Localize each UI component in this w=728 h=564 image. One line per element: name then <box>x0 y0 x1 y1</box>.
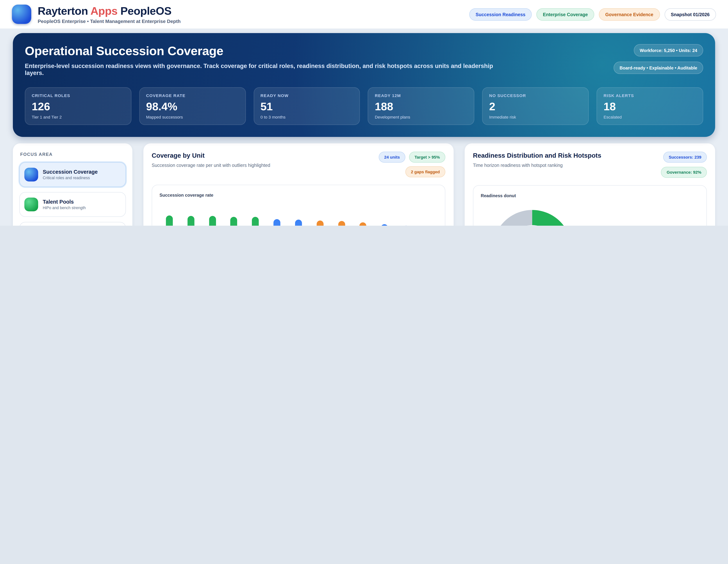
kpi-value: 2 <box>489 100 582 113</box>
peopleos-dashboard: Rayterton Apps PeopleOS PeopleOS Enterpr… <box>0 0 728 226</box>
coverage-chart-title: Succession coverage rate <box>160 193 438 198</box>
coverage-bar <box>274 219 281 226</box>
kpi-ready-now: READY NOW 51 0 to 3 months <box>254 87 360 125</box>
coverage-bar-group: Proc <box>274 219 281 226</box>
coverage-bar-group: Tech <box>188 216 195 226</box>
coverage-chart-card: Succession coverage rate CorpTechOpsSale… <box>152 185 445 226</box>
kpi-label: COVERAGE RATE <box>146 93 239 98</box>
page-subtitle: Enterprise-level succession readiness vi… <box>25 63 498 76</box>
board-ready-badge: Board-ready • Explainable • Auditable <box>614 62 703 74</box>
coverage-panel-head: Coverage by Unit Succession coverage rat… <box>152 152 445 177</box>
app-header: Rayterton Apps PeopleOS PeopleOS Enterpr… <box>0 0 728 29</box>
coverage-bar-group: Sales <box>231 217 238 226</box>
coverage-panel-title: Coverage by Unit <box>152 152 270 160</box>
coverage-bar-group: Svc <box>338 221 345 226</box>
coverage-bars: CorpTechOpsSalesFinProcRiskCplSvcRtlMktB… <box>160 208 438 226</box>
coverage-bar <box>188 216 195 226</box>
coverage-bar-group: Mkt <box>381 224 388 226</box>
coverage-bar-group: Risk <box>295 220 302 226</box>
donut-center: 239 successors mapped <box>508 225 557 226</box>
kpi-no-successor: NO SUCCESSOR 2 Immediate risk <box>482 87 589 125</box>
brand: Rayterton Apps PeopleOS PeopleOS Enterpr… <box>12 5 181 24</box>
coverage-bar <box>209 216 216 226</box>
pill-snapshot[interactable]: Snapshot 01/2026 <box>664 8 716 21</box>
kpi-value: 18 <box>604 100 696 113</box>
kpi-value: 98.4% <box>146 100 239 113</box>
kpi-sub: 0 to 3 months <box>260 115 353 120</box>
workforce-badge: Workforce: 5,250 • Units: 24 <box>634 44 703 57</box>
pill-governance-evidence[interactable]: Governance Evidence <box>599 8 660 21</box>
sidebar-item-title: Talent Pools <box>43 199 86 205</box>
page-title: Operational Succession Coverage <box>25 44 703 58</box>
hero-banner: Workforce: 5,250 • Units: 24 Board-ready… <box>13 33 715 137</box>
kpi-critical-roles: CRITICAL ROLES 126 Tier 1 and Tier 2 <box>25 87 131 125</box>
coverage-bar <box>166 216 173 226</box>
target-pill: Target > 95% <box>409 152 445 163</box>
sidebar-item-talent-pools[interactable]: Talent Pools HiPo and bench strength <box>19 192 126 217</box>
kpi-sub: Mapped successors <box>146 115 239 120</box>
kpi-value: 51 <box>260 100 353 113</box>
talent-pools-icon <box>24 198 38 211</box>
readiness-panel-head: Readiness Distribution and Risk Hotspots… <box>473 152 707 178</box>
columns: FOCUS AREA Succession Coverage Critical … <box>13 143 715 226</box>
brand-text: Rayterton Apps PeopleOS PeopleOS Enterpr… <box>38 5 181 24</box>
coverage-panel-pills: 24 units Target > 95% 2 gaps flagged <box>360 152 445 177</box>
sidebar-item-succession-coverage[interactable]: Succession Coverage Critical roles and r… <box>19 162 126 187</box>
brand-word-3: PeopleOS <box>120 5 171 17</box>
kpi-ready-12m: READY 12M 188 Development plans <box>368 87 474 125</box>
app-title: Rayterton Apps PeopleOS <box>38 5 181 17</box>
sidebar-item-title: Succession Coverage <box>43 169 98 175</box>
coverage-bar <box>403 226 410 226</box>
kpi-label: RISK ALERTS <box>604 93 696 98</box>
kpi-value: 188 <box>375 100 468 113</box>
coverage-bar-group: Fin <box>252 217 259 226</box>
coverage-bar <box>381 224 388 226</box>
kpi-sub: Development plans <box>375 115 468 120</box>
app-subtitle: PeopleOS Enterprise • Talent Management … <box>38 18 181 24</box>
kpi-label: NO SUCCESSOR <box>489 93 582 98</box>
readiness-donut: 239 successors mapped <box>493 210 572 226</box>
sidebar-item-sub: HiPo and bench strength <box>43 206 86 210</box>
brand-word-1: Rayterton <box>38 5 88 17</box>
kpi-label: READY NOW <box>260 93 353 98</box>
donut-title: Readiness donut <box>481 193 699 198</box>
readiness-panel: Readiness Distribution and Risk Hotspots… <box>465 143 715 226</box>
coverage-bar-group: Ops <box>209 216 216 226</box>
kpi-sub: Escalated <box>604 115 696 120</box>
brand-word-2: Apps <box>90 5 117 17</box>
coverage-bar <box>231 217 238 226</box>
content-area: Workforce: 5,250 • Units: 24 Board-ready… <box>0 29 728 226</box>
units-pill: 24 units <box>379 152 405 163</box>
gaps-pill: 2 gaps flagged <box>405 166 445 177</box>
sidebar: FOCUS AREA Succession Coverage Critical … <box>13 143 132 226</box>
hero-badges: Workforce: 5,250 • Units: 24 Board-ready… <box>614 44 703 74</box>
succession-coverage-icon <box>24 168 38 182</box>
pill-enterprise-coverage[interactable]: Enterprise Coverage <box>536 8 594 21</box>
kpi-sub: Tier 1 and Tier 2 <box>32 115 125 120</box>
readiness-panel-subtitle: Time horizon readiness with hotspot rank… <box>473 162 601 168</box>
kpi-risk-alerts: RISK ALERTS 18 Escalated <box>597 87 703 125</box>
readiness-panel-title: Readiness Distribution and Risk Hotspots <box>473 152 601 160</box>
sidebar-item-sub: Critical roles and readiness <box>43 176 98 180</box>
coverage-bar-group: Rtl <box>360 222 367 226</box>
header-pills: Succession Readiness Enterprise Coverage… <box>469 8 716 21</box>
kpi-coverage-rate: COVERAGE RATE 98.4% Mapped successors <box>139 87 246 125</box>
coverage-panel: Coverage by Unit Succession coverage rat… <box>143 143 454 226</box>
coverage-bar <box>295 220 302 226</box>
coverage-bar <box>360 222 367 226</box>
donut-flex: 239 successors mapped Ready now 51 Ready… <box>481 207 699 226</box>
app-logo-icon <box>12 5 31 24</box>
coverage-panel-subtitle: Succession coverage rate per unit with o… <box>152 162 270 168</box>
coverage-bar-group: Brn <box>403 226 410 226</box>
sidebar-item-calibration[interactable]: Calibration Fairness and alignment <box>19 222 126 226</box>
coverage-bar <box>317 221 324 226</box>
readiness-donut-card: Readiness donut 239 successors mapped Re… <box>473 185 707 226</box>
coverage-bar <box>252 217 259 226</box>
coverage-bar-group: Cpl <box>317 221 324 226</box>
sidebar-heading: FOCUS AREA <box>20 152 125 157</box>
kpi-label: READY 12M <box>375 93 468 98</box>
coverage-bar <box>338 221 345 226</box>
kpi-value: 126 <box>32 100 125 113</box>
pill-succession-readiness[interactable]: Succession Readiness <box>469 8 532 21</box>
coverage-bar-group: Corp <box>166 216 173 226</box>
